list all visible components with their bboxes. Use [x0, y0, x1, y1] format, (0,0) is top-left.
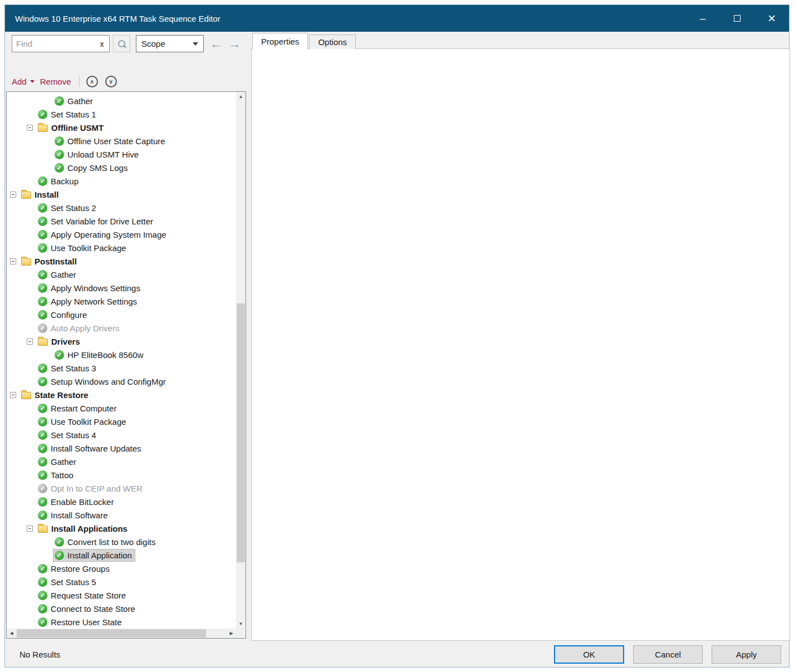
tab-strip: Properties Options [252, 33, 357, 49]
vertical-scrollbar-thumb[interactable] [237, 303, 245, 562]
collapse-expander-icon[interactable]: − [27, 339, 33, 345]
find-clear-button[interactable]: x [95, 40, 109, 48]
tree-item[interactable]: ✓Convert list to two digits [7, 535, 236, 548]
tree-item[interactable]: ✓Apply Operating System Image [7, 228, 236, 241]
tree-item[interactable]: −PostInstall [7, 254, 236, 268]
tab-properties[interactable]: Properties [252, 33, 308, 49]
tree-item[interactable]: ✓Restore Groups [7, 562, 236, 575]
tree-item[interactable]: −Install [7, 188, 236, 201]
tree-item[interactable]: ✓Install Application [7, 548, 236, 562]
tree-item-label: PostInstall [35, 257, 77, 266]
tree-item-label: Set Variable for Drive Letter [51, 217, 153, 226]
tree-item[interactable]: −Install Applications [7, 522, 236, 535]
collapse-expander-icon[interactable]: − [27, 526, 33, 532]
tree-item[interactable]: ✓Configure [7, 308, 236, 321]
horizontal-scrollbar-thumb[interactable] [17, 629, 206, 637]
minimize-button[interactable]: – [685, 5, 720, 32]
tree-item-label: Gather [51, 457, 76, 467]
group-folder-icon [38, 339, 48, 346]
find-previous-button[interactable]: ← [208, 36, 225, 52]
scope-dropdown[interactable]: Scope [136, 35, 204, 52]
tree-item[interactable]: ✓Setup Windows and ConfigMgr [7, 375, 236, 388]
cancel-button-label: Cancel [655, 650, 681, 659]
tree-item[interactable]: ✓HP EliteBook 8560w [7, 348, 236, 361]
tree-item-content: ✓Opt In to CEIP and WER [37, 483, 145, 494]
tree-item[interactable]: ✓Connect to State Store [7, 602, 236, 615]
collapse-expander-icon[interactable]: − [27, 125, 33, 131]
tree-item[interactable]: ✓Install Software [7, 508, 236, 522]
close-button[interactable]: × [754, 5, 789, 32]
tree-item[interactable]: ✓Apply Windows Settings [7, 281, 236, 295]
tree-item[interactable]: ✓Install Software Updates [7, 442, 236, 455]
find-search-button[interactable] [113, 35, 130, 52]
tree-item-label: Restart Computer [51, 404, 116, 413]
tree-item-label: Set Status 2 [51, 203, 96, 213]
tree-item-content: ✓Apply Network Settings [37, 296, 140, 307]
scroll-right-arrow-icon[interactable]: ▶ [227, 629, 236, 638]
find-input[interactable] [12, 39, 95, 48]
tree-item[interactable]: ✓Gather [7, 455, 236, 468]
scroll-up-arrow-icon[interactable]: ▲ [236, 92, 246, 101]
forward-arrow-icon: → [229, 37, 241, 51]
tree-item[interactable]: ✓Set Status 4 [7, 428, 236, 442]
tree-item[interactable]: ✓Restore User State [7, 615, 236, 629]
tree-item-content: Install [20, 189, 61, 200]
remove-button[interactable]: Remove [40, 77, 71, 86]
scroll-down-arrow-icon[interactable]: ▼ [236, 619, 246, 629]
tree-item[interactable]: ✓Set Variable for Drive Letter [7, 214, 236, 228]
apply-button[interactable]: Apply [712, 645, 781, 664]
collapse-expander-icon[interactable]: − [10, 258, 16, 264]
tree-item-label: Set Status 5 [51, 577, 96, 587]
tree-item-label: Apply Network Settings [51, 297, 137, 306]
tree-items: ✓Gather✓Set Status 1−Offline USMT✓Offlin… [7, 94, 236, 629]
tree-item[interactable]: ✓Copy SMS Logs [7, 161, 236, 174]
ok-button[interactable]: OK [554, 645, 624, 664]
tree-item-label: Convert list to two digits [67, 537, 155, 547]
tree-item[interactable]: ✓Enable BitLocker [7, 495, 236, 508]
tree-item-label: Tattoo [51, 470, 73, 480]
tree-item[interactable]: ✓Use Toolkit Package [7, 241, 236, 254]
tree-item[interactable]: ✓Gather [7, 94, 236, 107]
tree-vertical-scrollbar[interactable]: ▲ ▼ [236, 92, 246, 629]
step-check-icon: ✓ [38, 323, 47, 333]
tree-item[interactable]: ✓Set Status 5 [7, 575, 236, 588]
tree-item-content: PostInstall [20, 256, 80, 267]
tree-item[interactable]: ✓Offline User State Capture [7, 134, 236, 148]
collapse-expander-icon[interactable]: − [10, 392, 16, 398]
tree-item-content: ✓Configure [37, 309, 90, 321]
tree-item[interactable]: −State Restore [7, 388, 236, 401]
maximize-button[interactable] [720, 5, 754, 32]
tree-item[interactable]: ✓Set Status 1 [7, 107, 236, 121]
tree-item[interactable]: ✓Restart Computer [7, 401, 236, 415]
scroll-left-arrow-icon[interactable]: ◀ [7, 629, 16, 638]
tree-item[interactable]: ✓Gather [7, 268, 236, 281]
cancel-button[interactable]: Cancel [633, 645, 703, 664]
tab-options[interactable]: Options [309, 35, 356, 49]
tree-item[interactable]: −Drivers [7, 335, 236, 348]
tree-item[interactable]: ✓Opt In to CEIP and WER [7, 482, 236, 495]
tree-item[interactable]: ✓Auto Apply Drivers [7, 321, 236, 335]
step-check-icon: ✓ [55, 150, 64, 159]
tree-item[interactable]: ✓Backup [7, 174, 236, 188]
tree-item[interactable]: ✓Unload USMT Hive [7, 148, 236, 161]
tree-item-label: Apply Operating System Image [51, 230, 166, 239]
tree-item[interactable]: ✓Set Status 2 [7, 201, 236, 214]
find-next-button[interactable]: → [226, 36, 243, 52]
tree-item[interactable]: ✓Tattoo [7, 468, 236, 482]
step-check-icon: ✓ [38, 176, 47, 186]
tree-item[interactable]: ✓Set Status 3 [7, 361, 236, 375]
collapse-all-button[interactable]: ∧ [86, 76, 98, 87]
tree-horizontal-scrollbar[interactable]: ◀ ▶ [7, 629, 236, 638]
tree-item-content: ✓Request State Store [37, 590, 129, 601]
tree-item[interactable]: ✓Use Toolkit Package [7, 415, 236, 428]
tree-item-label: Opt In to CEIP and WER [51, 484, 143, 493]
tree-item[interactable]: ✓Request State Store [7, 588, 236, 602]
collapse-expander-icon[interactable]: − [10, 192, 16, 198]
tree-item[interactable]: −Offline USMT [7, 121, 236, 134]
expand-all-button[interactable]: ∨ [105, 76, 117, 87]
tree-item-label: Setup Windows and ConfigMgr [51, 377, 166, 386]
add-button[interactable]: Add [12, 77, 35, 86]
tree-item-content: ✓Gather [37, 269, 79, 281]
step-check-icon: ✓ [38, 230, 47, 239]
tree-item[interactable]: ✓Apply Network Settings [7, 295, 236, 308]
